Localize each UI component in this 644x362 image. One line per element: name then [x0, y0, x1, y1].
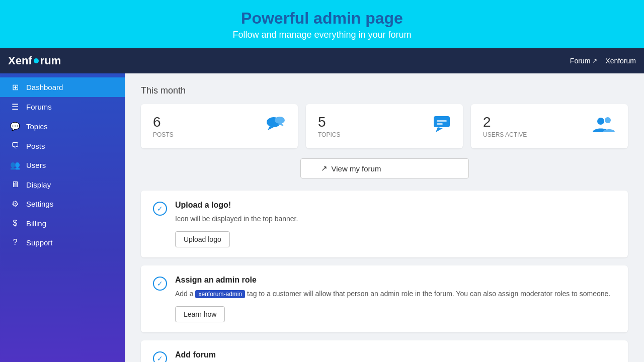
stats-row: 6 POSTS 5 TOPIC	[141, 104, 628, 148]
posts-count: 6	[153, 114, 174, 130]
dashboard-icon: ⊞	[10, 82, 20, 92]
topics-stat-icon	[433, 115, 451, 137]
task-card-upload-logo: ✓ Upload a logo! Icon will be displayed …	[141, 191, 628, 257]
svg-point-2	[275, 117, 285, 124]
sidebar-label-users: Users	[26, 161, 46, 169]
task-check-add-forum: ✓	[153, 351, 167, 362]
stat-card-posts: 6 POSTS	[141, 104, 298, 148]
svg-rect-6	[437, 120, 447, 122]
view-forum-button[interactable]: ↗ View my forum	[300, 158, 469, 178]
billing-icon: $	[10, 219, 20, 228]
stat-info-users: 2 USERS ACTIVE	[483, 114, 527, 138]
navbar-right: Forum ↗ Xenforum	[570, 57, 636, 65]
view-forum-icon: ↗	[321, 164, 328, 173]
svg-rect-7	[437, 123, 443, 125]
desc-after: tag to a customer will allow that person…	[245, 290, 610, 298]
sidebar-label-posts: Posts	[26, 142, 45, 150]
sidebar-label-display: Display	[26, 180, 51, 189]
task-check-assign-admin: ✓	[153, 277, 167, 291]
stat-info-topics: 5 TOPICS	[318, 114, 340, 138]
sidebar-item-support[interactable]: ? Support	[0, 233, 125, 252]
task-body-upload-logo: Upload a logo! Icon will be displayed in…	[175, 201, 616, 247]
task-body-add-forum: Add forum We added some sample forums. Y…	[175, 350, 616, 362]
sidebar-item-posts[interactable]: 🗨 Posts	[0, 136, 125, 155]
learn-how-button[interactable]: Learn how	[175, 306, 225, 322]
sidebar-item-forums[interactable]: ☰ Forums	[0, 97, 125, 117]
sidebar-label-forums: Forums	[26, 103, 52, 111]
users-count: 2	[483, 114, 527, 130]
task-card-assign-admin: ✓ Assign an admin role Add a xenforum-ad…	[141, 265, 628, 332]
app-shell: Xenfrum Forum ↗ Xenforum ⊞ Dashboard ☰ F…	[0, 48, 644, 362]
forum-link-label: Forum	[570, 57, 590, 65]
upload-logo-button[interactable]: Upload logo	[175, 231, 230, 247]
task-card-add-forum: ✓ Add forum We added some sample forums.…	[141, 340, 628, 362]
sidebar-item-topics[interactable]: 💬 Topics	[0, 117, 125, 136]
task-body-assign-admin: Assign an admin role Add a xenforum-admi…	[175, 276, 616, 322]
sidebar-label-support: Support	[26, 238, 53, 247]
desc-before: Add a	[175, 290, 195, 298]
topics-icon: 💬	[10, 122, 20, 131]
task-desc-upload-logo: Icon will be displayed in the top banner…	[175, 214, 616, 224]
posts-stat-icon	[266, 115, 286, 137]
posts-icon: 🗨	[10, 141, 20, 150]
task-title-add-forum: Add forum	[175, 350, 616, 359]
svg-point-8	[597, 118, 604, 125]
navbar-brand: Xenfrum	[8, 54, 61, 67]
sidebar-label-billing: Billing	[26, 219, 46, 228]
period-label: This month	[141, 85, 628, 96]
topics-label: TOPICS	[318, 131, 340, 138]
brand-dot	[34, 58, 39, 63]
sidebar-label-settings: Settings	[26, 200, 53, 208]
top-banner: Powerful admin page Follow and manage ev…	[0, 0, 644, 48]
users-icon: 👥	[10, 160, 20, 170]
view-forum-label: View my forum	[332, 164, 381, 173]
stat-info-posts: 6 POSTS	[153, 114, 174, 138]
stat-card-topics: 5 TOPICS	[306, 104, 463, 148]
sidebar-item-billing[interactable]: $ Billing	[0, 214, 125, 233]
task-title-upload-logo: Upload a logo!	[175, 201, 616, 210]
admin-tag: xenforum-admin	[195, 290, 245, 298]
navbar: Xenfrum Forum ↗ Xenforum	[0, 48, 644, 73]
settings-icon: ⚙	[10, 199, 20, 209]
banner-subheadline: Follow and manage everything in your for…	[0, 30, 644, 40]
users-stat-icon	[592, 115, 616, 137]
sidebar: ⊞ Dashboard ☰ Forums 💬 Topics 🗨 Posts 👥 …	[0, 73, 125, 362]
external-link-icon: ↗	[592, 57, 597, 64]
svg-marker-5	[436, 127, 443, 132]
banner-headline: Powerful admin page	[0, 9, 644, 28]
posts-label: POSTS	[153, 131, 174, 138]
sidebar-item-dashboard[interactable]: ⊞ Dashboard	[0, 77, 125, 97]
task-desc-assign-admin: Add a xenforum-admin tag to a customer w…	[175, 289, 616, 299]
sidebar-label-topics: Topics	[26, 122, 48, 131]
topics-count: 5	[318, 114, 340, 130]
sidebar-item-settings[interactable]: ⚙ Settings	[0, 194, 125, 214]
sidebar-label-dashboard: Dashboard	[26, 83, 63, 92]
main-layout: ⊞ Dashboard ☰ Forums 💬 Topics 🗨 Posts 👥 …	[0, 73, 644, 362]
content-area: This month 6 POSTS	[125, 73, 644, 362]
task-title-assign-admin: Assign an admin role	[175, 276, 616, 285]
sidebar-item-users[interactable]: 👥 Users	[0, 155, 125, 175]
forums-icon: ☰	[10, 102, 20, 112]
sidebar-item-display[interactable]: 🖥 Display	[0, 175, 125, 194]
svg-point-9	[605, 117, 611, 123]
task-check-upload-logo: ✓	[153, 202, 167, 216]
users-label: USERS ACTIVE	[483, 131, 527, 138]
forum-link[interactable]: Forum ↗	[570, 57, 597, 65]
view-forum-container: ↗ View my forum	[141, 158, 628, 178]
stat-card-users: 2 USERS ACTIVE	[471, 104, 628, 148]
display-icon: 🖥	[10, 180, 20, 189]
forum-name: Xenforum	[605, 57, 636, 65]
support-icon: ?	[10, 238, 20, 247]
